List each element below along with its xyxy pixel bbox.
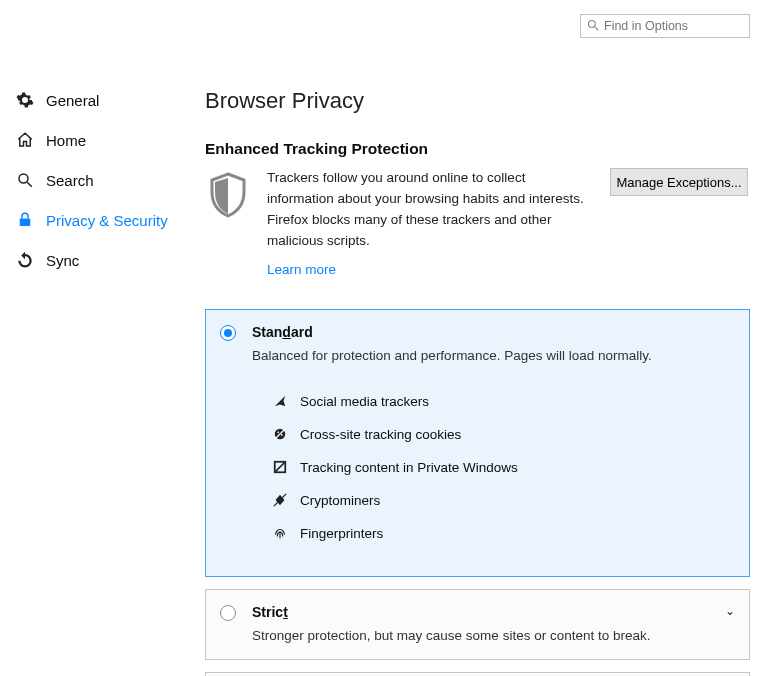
sidebar-item-privacy[interactable]: Privacy & Security bbox=[14, 200, 205, 240]
svg-point-2 bbox=[19, 174, 28, 183]
fingerprinters-icon bbox=[272, 526, 288, 540]
radio-strict[interactable] bbox=[220, 605, 236, 621]
sidebar-item-label: Search bbox=[46, 172, 94, 189]
option-label-standard: Standard bbox=[252, 324, 731, 340]
social-trackers-icon bbox=[272, 394, 288, 408]
main-content: Browser Privacy Enhanced Tracking Protec… bbox=[205, 38, 768, 676]
lock-icon bbox=[14, 211, 36, 229]
sidebar-item-label: Home bbox=[46, 132, 86, 149]
option-desc-standard: Balanced for protection and performance.… bbox=[252, 348, 731, 363]
svg-rect-4 bbox=[20, 219, 31, 227]
tracker-item: Cross-site tracking cookies bbox=[252, 418, 731, 451]
option-label-strict: Strict bbox=[252, 604, 731, 620]
sync-icon bbox=[14, 251, 36, 269]
svg-point-6 bbox=[277, 431, 279, 433]
sidebar-item-sync[interactable]: Sync bbox=[14, 240, 205, 280]
option-custom[interactable]: ⌄ Custom Choose which trackers and scrip… bbox=[205, 672, 750, 676]
chevron-down-icon[interactable]: ⌄ bbox=[725, 604, 735, 618]
cryptominers-icon bbox=[272, 493, 288, 507]
sidebar-item-label: General bbox=[46, 92, 99, 109]
learn-more-link[interactable]: Learn more bbox=[267, 260, 594, 281]
cookies-icon bbox=[272, 427, 288, 441]
shield-icon bbox=[205, 168, 251, 281]
tracker-item: Cryptominers bbox=[252, 484, 731, 517]
sidebar-item-search[interactable]: Search bbox=[14, 160, 205, 200]
option-desc-strict: Stronger protection, but may cause some … bbox=[252, 628, 731, 643]
search-input[interactable] bbox=[604, 19, 743, 33]
search-icon bbox=[587, 18, 599, 34]
search-icon bbox=[14, 171, 36, 189]
sidebar: General Home Search Privacy & Security S bbox=[0, 38, 205, 676]
sidebar-item-label: Sync bbox=[46, 252, 79, 269]
svg-line-3 bbox=[27, 182, 32, 187]
search-field[interactable] bbox=[580, 14, 750, 38]
sidebar-item-general[interactable]: General bbox=[14, 80, 205, 120]
gear-icon bbox=[14, 91, 36, 109]
manage-exceptions-button[interactable]: Manage Exceptions... bbox=[610, 168, 748, 196]
svg-point-7 bbox=[281, 434, 283, 436]
intro-text: Trackers follow you around online to col… bbox=[267, 168, 594, 252]
tracking-content-icon bbox=[272, 460, 288, 474]
sidebar-item-label: Privacy & Security bbox=[46, 212, 168, 229]
home-icon bbox=[14, 131, 36, 149]
tracker-item: Tracking content in Private Windows bbox=[252, 451, 731, 484]
svg-line-1 bbox=[595, 27, 598, 30]
tracker-list: Social media trackers Cross-site trackin… bbox=[252, 385, 731, 550]
sidebar-item-home[interactable]: Home bbox=[14, 120, 205, 160]
radio-standard[interactable] bbox=[220, 325, 236, 341]
svg-point-0 bbox=[589, 21, 596, 28]
page-title: Browser Privacy bbox=[205, 88, 750, 114]
option-strict[interactable]: ⌄ Strict Stronger protection, but may ca… bbox=[205, 589, 750, 660]
option-standard[interactable]: Standard Balanced for protection and per… bbox=[205, 309, 750, 577]
section-heading: Enhanced Tracking Protection bbox=[205, 140, 750, 158]
tracker-item: Fingerprinters bbox=[252, 517, 731, 550]
tracker-item: Social media trackers bbox=[252, 385, 731, 418]
svg-line-10 bbox=[275, 462, 286, 473]
